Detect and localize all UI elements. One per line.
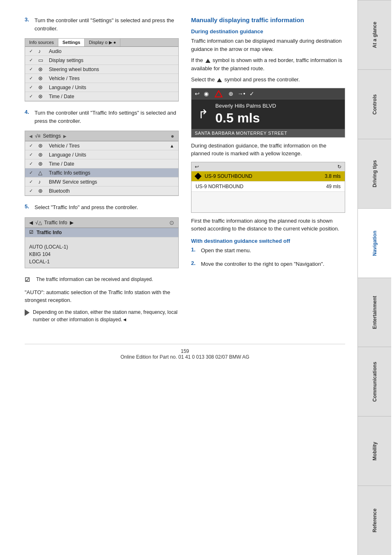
display-label: Display settings (49, 58, 83, 63)
nav-street-name: Beverly Hills Palms BLVD (215, 103, 341, 109)
traffic-row-north[interactable]: US-9 NORTHBOUND 49 mls (191, 182, 345, 192)
traffic-settings-label: Traffic Info settings (49, 170, 90, 176)
language-icon: ⊛ (38, 84, 46, 90)
step-4: 4. Turn the controller until "Traffic In… (25, 109, 179, 125)
guidance-off-step2: 2. Move the controller to the right to o… (191, 260, 345, 268)
us9-south-dist: 3.8 mls (325, 173, 341, 179)
settings-menu-mock: Info sources Settings Display o ▶ ● ✓ ♪ … (25, 38, 179, 101)
traffic-check: ☑ (29, 230, 33, 235)
check-time: ✓ (29, 94, 35, 99)
menu-vehicle-tires-2[interactable]: ✓ ⊛ Vehicle / Tires ▲ (25, 141, 178, 150)
nav-menu-icon: ⊕ (228, 90, 233, 97)
traffic-icon: △ (38, 170, 46, 176)
traffic-left-arrow: ◀ (29, 220, 33, 226)
traffic-header-label: Traffic Info (44, 220, 67, 226)
guidance-body1: Traffic information can be displayed man… (191, 37, 345, 53)
traffic-kbig[interactable]: KBIG 104 (29, 251, 174, 258)
right-arrow: ▶ (63, 134, 67, 138)
settings-icon: √≡ (35, 133, 41, 139)
step-3-number: 3. (25, 16, 31, 32)
step-5: 5. Select "Traffic Info" and press the c… (25, 203, 179, 212)
sidebar-tab-controls[interactable]: Controls (358, 69, 391, 139)
note-icon: ☑ (25, 276, 33, 284)
traffic-info-checked[interactable]: ☑ Traffic Info (25, 228, 178, 237)
settings-header-label: Settings (43, 133, 61, 139)
us9-north-dist: 49 mls (326, 184, 341, 189)
settings-bullet: ● (171, 133, 174, 139)
tab-settings[interactable]: Settings (58, 39, 85, 46)
check-language: ✓ (29, 85, 35, 90)
language2-icon: ⊛ (38, 152, 46, 158)
check-vehicle: ✓ (29, 76, 35, 81)
list-back-icon: ↩ (195, 164, 199, 170)
list-refresh-icon: ↻ (337, 164, 341, 170)
menu-language[interactable]: ✓ ⊛ Language / Units (25, 83, 178, 92)
menu-vehicle-tires[interactable]: ✓ ⊛ Vehicle / Tires (25, 74, 178, 83)
sidebar-tab-reference[interactable]: Reference (358, 486, 391, 555)
vehicle-icon: ⊛ (38, 75, 46, 81)
menu-steering[interactable]: ✓ ⊛ Steering wheel buttons (25, 65, 178, 74)
check-audio: ✓ (29, 48, 35, 54)
sidebar-tab-navigation[interactable]: Navigation (358, 208, 391, 278)
traffic-right-arrow: ▶ (70, 220, 74, 226)
note-text: The traffic information can be received … (36, 276, 153, 283)
tab-info-sources[interactable]: Info sources (25, 39, 58, 46)
menu-bluetooth[interactable]: ✓ ⊛ Bluetooth (25, 187, 178, 196)
guidance-off-title: With destination guidance switched off (191, 238, 345, 244)
language2-label: Language / Units (49, 152, 86, 158)
two-column-layout: 3. Turn the controller until "Settings" … (25, 16, 345, 327)
sidebar-tab-mobility[interactable]: Mobility (358, 416, 391, 486)
traffic-auto[interactable]: AUTO (LOCAL-1) (29, 243, 174, 251)
sidebar-tab-communications[interactable]: Communications (358, 347, 391, 416)
check-bluetooth: ✓ (29, 188, 35, 193)
right-sidebar: At a glance Controls Driving tips Naviga… (357, 0, 391, 555)
vehicle2-label: Vehicle / Tires (49, 143, 80, 149)
menu-time[interactable]: ✓ ⊛ Time / Date (25, 92, 178, 101)
page-number: 159 (25, 348, 345, 354)
step-2-text: Move the controller to the right to open… (201, 260, 324, 268)
triangle-sym-inline2 (217, 78, 222, 82)
check-time2: ✓ (29, 161, 35, 166)
play-icon (25, 309, 30, 316)
left-column: 3. Turn the controller until "Settings" … (25, 16, 179, 327)
sidebar-tab-driving-tips[interactable]: Driving tips (358, 139, 391, 208)
step-4-text: Turn the controller until "Traffic Info … (35, 109, 179, 125)
spacer (25, 237, 178, 241)
sidebar-tab-at-a-glance[interactable]: At a glance (358, 0, 391, 69)
time2-icon: ⊛ (38, 161, 46, 167)
menu-audio[interactable]: ✓ ♪ Audio (25, 47, 178, 56)
steering-icon: ⊛ (38, 66, 46, 72)
traffic-row-south[interactable]: US-9 SOUTHBOUND 3.8 mls (191, 171, 345, 182)
nav-street-info: Beverly Hills Palms BLVD 0.5 mls (215, 103, 341, 126)
menu-language-2[interactable]: ✓ ⊛ Language / Units (25, 150, 178, 159)
time-icon: ⊛ (38, 93, 46, 99)
nav-check-icon: ✓ (249, 90, 254, 97)
settings-submenu-header: ◀ √≡ Settings ▶ ● (25, 131, 178, 141)
traffic-checked-label: Traffic Info (37, 230, 62, 235)
during-guidance-title: During destination guidance (191, 28, 345, 35)
check-vehicle2: ✓ (29, 143, 35, 148)
tab-display[interactable]: Display o ▶ ● (85, 39, 120, 46)
time2-label: Time / Date (49, 161, 74, 167)
main-title: Manually displaying traffic information (191, 16, 345, 23)
menu-display-settings[interactable]: ✓ ▭ Display settings (25, 56, 178, 65)
audio-icon: ♪ (38, 48, 46, 54)
menu-bmw-service[interactable]: ✓ ♪ BMW Service settings (25, 177, 178, 187)
nav-turn-arrow: ↱ (195, 103, 211, 126)
traffic-info-mock: ◀ √△ Traffic Info ▶ ⊙ ☑ Traffic Info AUT… (25, 217, 179, 268)
sidebar-tab-entertainment[interactable]: Entertainment (358, 278, 391, 347)
tab-bar: Info sources Settings Display o ▶ ● (25, 39, 178, 47)
triangle-note-text: Depending on the station, either the sta… (33, 309, 179, 323)
guidance-body3: Select the symbol and press the controll… (191, 76, 345, 84)
us9-north-name: US-9 NORTHBOUND (196, 184, 243, 189)
triangle-sym-inline (205, 59, 210, 63)
check-traffic: ✓ (29, 170, 35, 175)
nav-triangle-alert (214, 90, 223, 97)
traffic-local[interactable]: LOCAL-1 (29, 258, 174, 265)
menu-time-2[interactable]: ✓ ⊛ Time / Date (25, 159, 178, 168)
traffic-list-header: ↩ ↻ (191, 162, 345, 171)
vehicle-label: Vehicle / Tires (49, 76, 80, 81)
time-label: Time / Date (49, 94, 74, 99)
menu-traffic-info-settings[interactable]: ✓ △ Traffic Info settings (25, 168, 178, 177)
auto-text: "AUTO": automatic selection of the Traff… (25, 288, 179, 304)
